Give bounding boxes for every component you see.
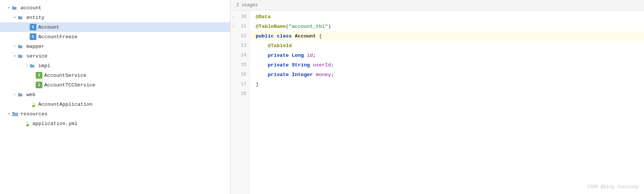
class-icon-AccountFreeze: C <box>30 33 36 40</box>
arrow-service: ▾ <box>12 54 18 58</box>
space-15a <box>289 62 292 68</box>
line-num-16: 16 <box>230 70 249 79</box>
code-line-18 <box>250 89 644 99</box>
svg-rect-2 <box>12 114 18 114</box>
kw-public-12: public <box>256 33 274 39</box>
space-14a <box>289 53 292 58</box>
file-tree: ▾ account ▾ entity C Account C AccountFr… <box>0 0 230 194</box>
tree-item-entity[interactable]: ▾ entity <box>0 13 230 22</box>
brace-open-12: { <box>316 33 322 39</box>
label-web: web <box>26 92 35 98</box>
code-line-13: @TableId <box>250 41 644 50</box>
tree-item-resources[interactable]: ▾ resources <box>0 109 230 119</box>
code-line-16: private Integer money; <box>250 70 644 79</box>
arrow-impl: › <box>24 64 30 68</box>
kw-private-14: private <box>268 53 289 58</box>
interface-icon-AccountService: I <box>36 72 42 79</box>
yaml-icon-application-yml: 🍃 <box>24 120 30 127</box>
space-15b <box>310 62 313 68</box>
code-area: ◻ 10 ◻ 11 12 13 14 15 16 17 <box>230 10 644 194</box>
tree-item-impl[interactable]: › impl <box>0 61 230 70</box>
field-money-16: money <box>316 72 331 78</box>
arrow-AccountService <box>30 73 36 78</box>
springboot-icon-AccountApplication: 🍃 <box>30 101 36 108</box>
folder-icon-entity <box>18 14 25 21</box>
empty-18 <box>256 91 259 97</box>
code-line-11: @TableName("account_tbl") <box>250 22 644 31</box>
label-AccountService: AccountService <box>44 73 86 78</box>
arrow-AccountTCCService <box>30 83 36 87</box>
svg-rect-1 <box>12 112 14 113</box>
class-icon-Account: C <box>30 24 36 30</box>
folder-icon-impl <box>30 62 36 69</box>
line-num-10: ◻ 10 <box>230 12 249 22</box>
code-line-17: } <box>250 79 644 89</box>
kw-private-15: private <box>268 62 289 68</box>
folder-icon-service <box>18 53 25 59</box>
kw-long-14: Long <box>292 53 304 58</box>
indent-16 <box>256 72 268 78</box>
line-numbers: ◻ 10 ◻ 11 12 13 14 15 16 17 <box>230 10 250 194</box>
bookmark-10: ◻ <box>232 14 234 19</box>
line-num-17: 17 <box>230 79 249 89</box>
field-id-14: id <box>307 53 313 58</box>
kw-integer-16: Integer <box>292 72 313 78</box>
folder-icon-account <box>12 4 19 11</box>
line-num-13: 13 <box>230 41 249 50</box>
class-name-Account: Account <box>295 33 316 39</box>
paren-open-11: ( <box>286 24 289 29</box>
label-account: account <box>20 5 42 11</box>
tree-item-web[interactable]: › web <box>0 90 230 99</box>
arrow-resources: ▾ <box>6 112 12 116</box>
line-num-15: 15 <box>230 60 249 70</box>
tree-item-application-yml[interactable]: 🍃 application.yml <box>0 119 230 128</box>
code-editor: 2 usages ◻ 10 ◻ 11 12 13 14 15 <box>230 0 644 194</box>
space-12a <box>274 33 277 39</box>
space-16b <box>313 72 316 78</box>
arrow-entity: ▾ <box>12 15 18 20</box>
indent-15 <box>256 62 268 68</box>
arrow-AccountApplication <box>24 102 30 106</box>
label-mapper: mapper <box>26 44 45 49</box>
label-resources: resources <box>20 111 48 117</box>
string-account-tbl: "account_tbl" <box>289 24 328 29</box>
space-16a <box>289 72 292 78</box>
tree-item-AccountApplication[interactable]: 🍃 AccountApplication <box>0 99 230 109</box>
usages-bar: 2 usages <box>230 0 644 10</box>
arrow-Account <box>24 25 30 29</box>
arrow-mapper: › <box>12 45 18 49</box>
kw-private-16: private <box>268 72 289 78</box>
tree-item-account[interactable]: ▾ account <box>0 3 230 13</box>
tree-item-Account[interactable]: C Account <box>0 22 230 32</box>
tree-item-AccountService[interactable]: I AccountService <box>0 70 230 80</box>
arrow-application-yml <box>18 122 24 126</box>
kw-string-15: String <box>292 62 310 68</box>
annotation-tablename: @TableName <box>256 24 286 29</box>
code-lines: @Data @TableName("account_tbl") public c… <box>250 10 644 194</box>
usages-text: 2 usages <box>236 3 258 8</box>
arrow-account: ▾ <box>6 6 12 10</box>
svg-rect-0 <box>12 113 18 116</box>
paren-close-11: ) <box>328 24 331 29</box>
label-impl: impl <box>38 63 50 69</box>
tree-item-AccountTCCService[interactable]: I AccountTCCService <box>0 80 230 90</box>
tree-item-AccountFreeze[interactable]: C AccountFreeze <box>0 32 230 42</box>
semi-15: ; <box>331 62 334 68</box>
code-line-12: public class Account { <box>250 31 644 41</box>
tree-item-service[interactable]: ▾ service <box>0 51 230 61</box>
label-AccountApplication: AccountApplication <box>38 102 93 107</box>
label-service: service <box>26 53 48 59</box>
arrow-AccountFreeze <box>24 35 30 39</box>
code-line-10: @Data <box>250 12 644 22</box>
line-num-12: 12 <box>230 31 249 41</box>
space-12b <box>292 33 295 39</box>
label-entity: entity <box>26 15 45 20</box>
line-num-11: ◻ 11 <box>230 22 249 31</box>
field-userid-15: userId <box>313 62 331 68</box>
semi-16: ; <box>331 72 334 78</box>
tree-item-mapper[interactable]: › mapper <box>0 42 230 51</box>
arrow-web: › <box>12 93 18 97</box>
line-num-18: 18 <box>230 89 249 99</box>
semi-14: ; <box>313 53 316 58</box>
interface-icon-AccountTCCService: I <box>36 82 42 88</box>
